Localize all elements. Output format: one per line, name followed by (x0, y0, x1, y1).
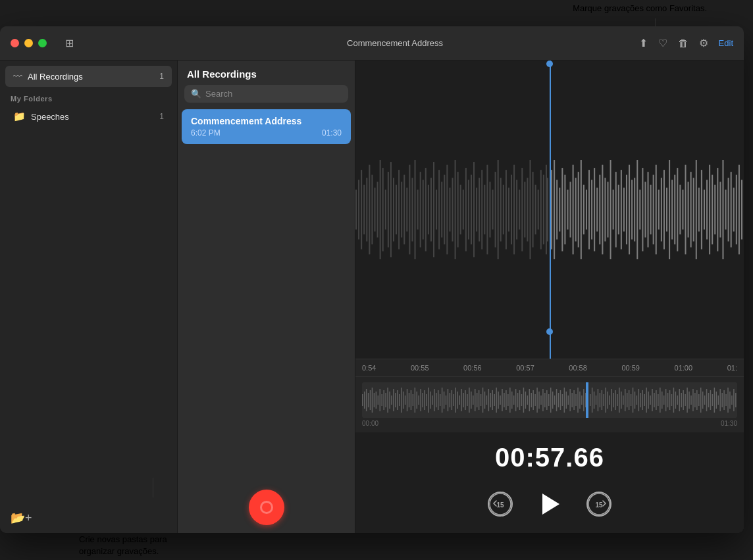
skip-back-button[interactable]: 15 (488, 492, 513, 517)
svg-rect-141 (733, 188, 735, 231)
svg-rect-245 (554, 395, 555, 405)
svg-rect-203 (473, 395, 473, 405)
svg-rect-309 (677, 395, 678, 405)
svg-rect-316 (690, 395, 691, 405)
svg-rect-148 (366, 389, 367, 411)
mini-waveform-container[interactable] (362, 382, 737, 418)
svg-rect-260 (583, 389, 584, 411)
svg-rect-269 (600, 393, 600, 407)
svg-rect-15 (396, 185, 397, 235)
svg-rect-43 (471, 175, 472, 245)
svg-rect-96 (613, 190, 614, 229)
delete-icon[interactable]: 🗑 (678, 38, 688, 49)
svg-rect-131 (706, 180, 708, 240)
svg-rect-117 (669, 160, 670, 259)
search-input[interactable] (205, 89, 342, 99)
maximize-button[interactable] (38, 39, 47, 47)
svg-rect-305 (669, 390, 670, 410)
svg-rect-234 (532, 390, 533, 410)
svg-rect-244 (552, 392, 553, 409)
svg-rect-173 (415, 388, 415, 413)
content-area: 〰 All Recordings 1 My Folders 📁 Speeches… (0, 61, 744, 533)
options-icon[interactable]: ⚙ (699, 37, 708, 49)
svg-rect-128 (698, 188, 700, 231)
play-button[interactable] (534, 488, 565, 520)
svg-rect-315 (688, 392, 689, 409)
svg-rect-1 (358, 180, 359, 240)
callout-bottom-text-1: Crie novas pastas para (79, 534, 167, 546)
svg-rect-294 (648, 392, 648, 409)
favorite-icon[interactable]: ♡ (658, 37, 667, 49)
svg-rect-86 (586, 190, 587, 229)
new-folder-icon: 📂+ (11, 511, 32, 524)
svg-rect-236 (536, 388, 537, 413)
svg-rect-327 (712, 394, 713, 406)
recording-item[interactable]: Commencement Address 6:02 PM 01:30 (182, 109, 351, 144)
svg-rect-199 (465, 390, 465, 410)
svg-rect-332 (721, 393, 722, 407)
record-button[interactable] (249, 490, 284, 525)
waveform-main[interactable] (355, 61, 744, 359)
skip-back-circle: 15 (488, 492, 513, 517)
svg-rect-39 (460, 185, 461, 235)
svg-rect-21 (411, 178, 413, 242)
svg-rect-84 (581, 160, 582, 259)
svg-rect-279 (619, 388, 619, 413)
svg-rect-334 (725, 394, 726, 406)
svg-rect-188 (444, 392, 444, 409)
svg-rect-198 (463, 393, 463, 407)
svg-rect-299 (658, 394, 658, 406)
svg-rect-228 (521, 394, 522, 406)
svg-rect-66 (532, 172, 534, 247)
svg-rect-333 (723, 390, 724, 410)
share-icon[interactable]: ⬆ (639, 37, 648, 49)
waveform-icon: 〰 (13, 71, 22, 82)
new-folder-button[interactable]: 📂+ (11, 511, 32, 525)
svg-rect-258 (579, 392, 580, 409)
svg-rect-264 (590, 394, 590, 406)
edit-button[interactable]: Edit (719, 38, 733, 48)
mini-time-labels: 00:00 01:30 (362, 420, 737, 427)
mini-end-label: 01:30 (721, 420, 737, 427)
svg-rect-102 (629, 165, 630, 255)
player-panel: 0:54 00:55 00:56 00:57 00:58 00:59 01:00… (355, 61, 744, 533)
svg-rect-109 (648, 172, 649, 247)
svg-rect-146 (362, 394, 363, 406)
svg-rect-314 (687, 388, 687, 413)
svg-rect-60 (516, 180, 517, 240)
svg-rect-87 (588, 170, 590, 249)
svg-rect-338 (733, 389, 734, 411)
svg-rect-268 (598, 389, 598, 411)
svg-rect-253 (569, 389, 570, 411)
svg-rect-120 (677, 168, 678, 251)
svg-rect-62 (521, 168, 523, 251)
svg-rect-187 (442, 388, 442, 413)
svg-rect-241 (546, 390, 547, 410)
sidebar-folder-speeches[interactable]: 📁 Speeches 1 (5, 107, 172, 126)
svg-rect-24 (420, 172, 421, 247)
svg-rect-231 (527, 395, 528, 405)
folder-count-speeches: 1 (159, 112, 164, 121)
skip-forward-button[interactable]: 15 (586, 492, 611, 517)
time-display-value: 00:57.66 (495, 443, 604, 472)
svg-rect-276 (613, 393, 613, 407)
svg-rect-75 (556, 180, 558, 240)
svg-rect-112 (656, 165, 657, 255)
svg-rect-200 (467, 394, 467, 406)
sidebar-toggle-icon[interactable]: ⊞ (65, 37, 74, 49)
svg-rect-273 (607, 392, 608, 409)
svg-rect-11 (385, 190, 386, 229)
svg-rect-247 (558, 393, 559, 407)
svg-rect-78 (564, 175, 565, 245)
svg-rect-116 (666, 188, 667, 231)
svg-rect-25 (423, 180, 424, 240)
svg-rect-282 (625, 389, 625, 411)
svg-rect-326 (710, 390, 711, 410)
svg-rect-207 (480, 394, 481, 406)
close-button[interactable] (11, 39, 19, 47)
svg-rect-28 (430, 178, 432, 242)
svg-rect-235 (534, 394, 535, 406)
ruler-label-2: 00:56 (463, 364, 482, 372)
minimize-button[interactable] (24, 39, 33, 47)
sidebar-item-all-recordings[interactable]: 〰 All Recordings 1 (5, 66, 172, 87)
